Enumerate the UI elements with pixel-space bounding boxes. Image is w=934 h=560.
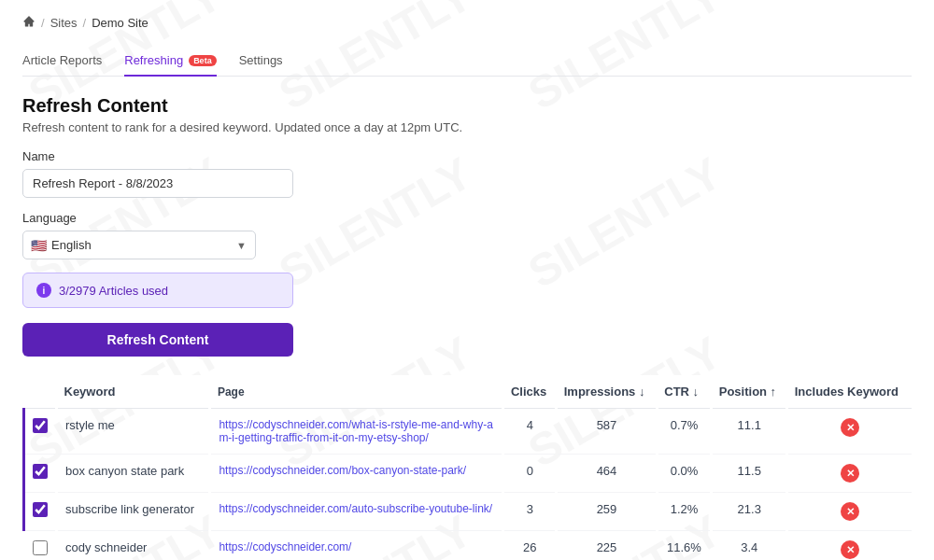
info-icon: i — [36, 283, 51, 298]
row-checkbox-cell — [24, 531, 57, 561]
language-select[interactable]: English — [22, 231, 256, 259]
table-row: box canyon state park https://codyschnei… — [24, 455, 913, 493]
row-checkbox[interactable] — [33, 418, 48, 433]
no-keyword-icon: ✕ — [841, 464, 859, 483]
keyword-cell: cody schneider — [57, 531, 210, 561]
no-keyword-icon: ✕ — [841, 540, 859, 559]
articles-used-text: 3/2979 Articles used — [59, 284, 168, 298]
page-link[interactable]: https://codyschneid​er.com/what-is-rstyl… — [219, 418, 492, 444]
col-position: Position ↑ — [712, 375, 787, 409]
includes-keyword-cell: ✕ — [787, 455, 912, 493]
name-label: Name — [22, 149, 912, 163]
flag-icon: 🇺🇸 — [31, 238, 47, 253]
keyword-cell: rstyle me — [57, 409, 210, 455]
clicks-cell: 4 — [503, 409, 557, 455]
col-keyword: Keyword — [57, 375, 210, 409]
keyword-cell: box canyon state park — [57, 455, 210, 493]
ctr-cell: 1.2% — [657, 493, 711, 531]
position-cell: 3.4 — [712, 531, 787, 561]
row-checkbox-cell — [24, 493, 57, 531]
main-content: / Sites / Demo Site Article Reports Refr… — [0, 0, 934, 560]
col-includes-keyword: Includes Keyword — [787, 375, 912, 409]
page-subtitle: Refresh content to rank for a desired ke… — [22, 120, 912, 134]
clicks-cell: 3 — [503, 493, 557, 531]
no-keyword-icon: ✕ — [841, 502, 859, 521]
language-field-group: Language 🇺🇸 English ▼ — [22, 211, 912, 259]
position-cell: 11.5 — [712, 455, 787, 493]
page-title: Refresh Content — [22, 95, 912, 117]
name-field-group: Name — [22, 149, 912, 211]
page-wrapper: SILENTLY SILENTLY SILENTLY SILENTLY SILE… — [0, 0, 934, 560]
col-impressions: Impressions ↓ — [557, 375, 658, 409]
includes-keyword-cell: ✕ — [787, 493, 912, 531]
clicks-cell: 0 — [503, 455, 557, 493]
page-cell: https://codyschneid​er.com/what-is-rstyl… — [210, 409, 503, 455]
breadcrumb-current: Demo Site — [92, 16, 149, 30]
col-page: Page — [210, 375, 503, 409]
tab-bar: Article Reports Refreshing Beta Settings — [22, 46, 912, 77]
position-cell: 21.3 — [712, 493, 787, 531]
row-checkbox[interactable] — [33, 540, 48, 555]
impressions-cell: 259 — [557, 493, 658, 531]
language-label: Language — [22, 211, 912, 225]
position-cell: 11.1 — [712, 409, 787, 455]
keyword-table: Keyword Page Clicks Impressions ↓ CTR ↓ … — [22, 375, 912, 560]
breadcrumb-sites[interactable]: Sites — [50, 16, 78, 30]
row-checkbox[interactable] — [33, 464, 48, 479]
page-cell: https://codyschneid​er.com/ — [210, 531, 503, 561]
table-row: cody schneider https://codyschneid​er.co… — [24, 531, 913, 561]
beta-badge: Beta — [189, 55, 217, 66]
tab-settings[interactable]: Settings — [239, 46, 283, 77]
table-row: rstyle me https://codyschneid​er.com/wha… — [24, 409, 913, 455]
breadcrumb-sep-1: / — [41, 16, 45, 30]
includes-keyword-cell: ✕ — [787, 409, 912, 455]
includes-keyword-cell: ✕ — [787, 531, 912, 561]
table-row: subscribe link generator https://codysch… — [24, 493, 913, 531]
page-link[interactable]: https://codyschneid​er.com/box-canyon-st… — [219, 464, 466, 477]
impressions-cell: 464 — [557, 455, 658, 493]
page-cell: https://codyschneid​er.com/box-canyon-st… — [210, 455, 503, 493]
language-select-wrapper: 🇺🇸 English ▼ — [22, 231, 256, 259]
col-checkbox — [24, 375, 57, 409]
page-cell: https://codyschneid​er.com/auto-subscrib… — [210, 493, 503, 531]
page-link[interactable]: https://codyschneid​er.com/auto-subscrib… — [219, 502, 492, 515]
row-checkbox-cell — [24, 409, 57, 455]
name-input[interactable] — [22, 169, 293, 198]
breadcrumb: / Sites / Demo Site — [22, 15, 912, 31]
col-ctr: CTR ↓ — [657, 375, 711, 409]
ctr-cell: 0.0% — [657, 455, 711, 493]
no-keyword-icon: ✕ — [841, 418, 859, 437]
breadcrumb-sep-2: / — [83, 16, 87, 30]
articles-used-info: i 3/2979 Articles used — [22, 273, 293, 308]
page-link[interactable]: https://codyschneid​er.com/ — [219, 540, 351, 553]
impressions-cell: 587 — [557, 409, 658, 455]
col-clicks: Clicks — [503, 375, 557, 409]
table-header-row: Keyword Page Clicks Impressions ↓ CTR ↓ … — [24, 375, 913, 409]
ctr-cell: 11.6% — [657, 531, 711, 561]
row-checkbox-cell — [24, 455, 57, 493]
impressions-cell: 225 — [557, 531, 658, 561]
clicks-cell: 26 — [503, 531, 557, 561]
home-icon[interactable] — [22, 15, 35, 31]
refresh-content-button[interactable]: Refresh Content — [22, 323, 293, 357]
ctr-cell: 0.7% — [657, 409, 711, 455]
keyword-cell: subscribe link generator — [57, 493, 210, 531]
row-checkbox[interactable] — [33, 502, 48, 517]
tab-refreshing[interactable]: Refreshing Beta — [124, 46, 216, 77]
tab-article-reports[interactable]: Article Reports — [22, 46, 102, 77]
